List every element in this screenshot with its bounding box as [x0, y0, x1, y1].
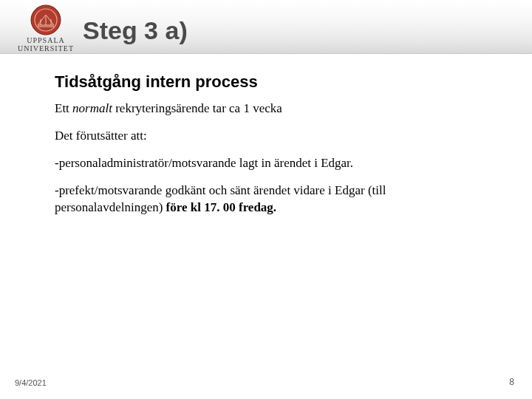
logo-text-top: UPPSALA	[27, 36, 64, 44]
p1-italic: normalt	[72, 101, 112, 115]
logo-text-bottom: UNIVERSITET	[18, 44, 74, 52]
paragraph-4: -prefekt/motsvarande godkänt och sänt är…	[55, 183, 491, 216]
header-band	[0, 0, 532, 54]
subheading: Tidsåtgång intern process	[55, 72, 491, 92]
p1-pre: Ett	[55, 101, 72, 115]
seal-icon	[30, 4, 61, 35]
content-area: Tidsåtgång intern process Ett normalt re…	[55, 72, 491, 227]
footer-page-number: 8	[509, 377, 514, 387]
p1-post: rekryteringsärende tar ca 1 vecka	[112, 101, 282, 115]
university-logo: UPPSALA UNIVERSITET	[18, 4, 74, 52]
paragraph-3: -personaladministratör/motsvarande lagt …	[55, 155, 491, 172]
paragraph-2: Det förutsätter att:	[55, 128, 491, 145]
footer-date: 9/4/2021	[15, 378, 47, 387]
paragraph-1: Ett normalt rekryteringsärende tar ca 1 …	[55, 100, 491, 117]
p4-bold: före kl 17. 00 fredag.	[166, 200, 277, 214]
logo-text: UPPSALA UNIVERSITET	[18, 37, 74, 52]
slide-title: Steg 3 a)	[83, 16, 188, 45]
